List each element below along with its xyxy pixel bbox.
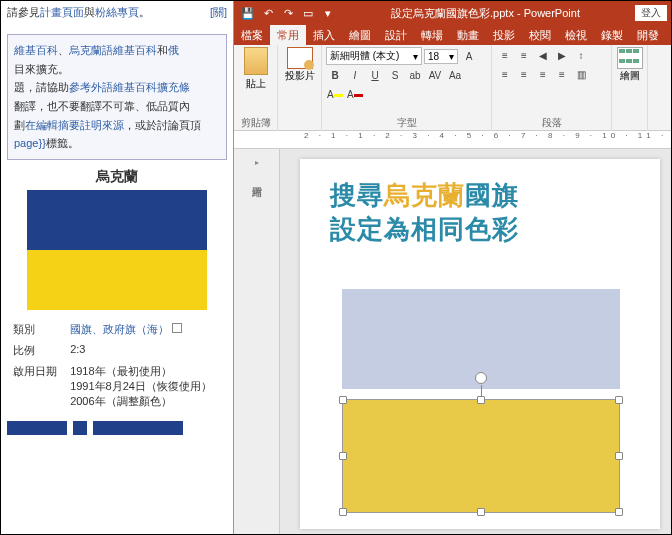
link-page-tag[interactable]: page}} [14, 137, 46, 149]
yellow-rectangle-selected[interactable] [342, 399, 620, 513]
spacing-button[interactable]: AV [426, 67, 444, 84]
resize-handle-ne[interactable] [615, 396, 623, 404]
indent-inc-button[interactable]: ▶ [553, 47, 571, 64]
paragraph-group: ≡ ≡ ◀ ▶ ↕ ≡ ≡ ≡ ≡ ▥ 段落 [492, 45, 612, 131]
bullets-button[interactable]: ≡ [496, 47, 514, 64]
title-bar: 💾 ↶ ↷ ▭ ▾ 設定烏克蘭國旗色彩.pptx - PowerPoint 登入 [234, 1, 672, 25]
login-button[interactable]: 登入 [635, 5, 667, 21]
resize-handle-e[interactable] [615, 452, 623, 460]
tab-draw[interactable]: 繪圖 [342, 25, 378, 45]
strike-button[interactable]: S [386, 67, 404, 84]
resize-handle-s[interactable] [477, 508, 485, 516]
table-row: 類別國旗、政府旗（海） [9, 320, 225, 339]
flag-info-table: 類別國旗、政府旗（海） 比例2:3 啟用日期1918年（最初使用）1991年8月… [7, 318, 227, 413]
columns-button[interactable]: ▥ [572, 66, 590, 83]
text: 。 [139, 6, 150, 18]
link-source[interactable]: 在編輯摘要註明來源 [25, 119, 124, 131]
link-expand[interactable]: 參考外語維基百科擴充條 [69, 81, 190, 93]
slide: 搜尋烏克蘭國旗 設定為相同色彩 [300, 159, 660, 529]
file-name: 設定烏克蘭國旗色彩.pptx - PowerPoint [342, 6, 629, 21]
link-category[interactable]: 國旗、政府旗（海） [70, 323, 169, 335]
group-label: 剪貼簿 [234, 116, 277, 130]
bold-button[interactable]: B [326, 67, 344, 84]
resize-handle-n[interactable] [477, 396, 485, 404]
justify-button[interactable]: ≡ [553, 66, 571, 83]
wiki-panel: 請參見計畫頁面與粉絲專頁。 [關] 維基百科、烏克蘭語維基百科和俄 目來擴充。 … [1, 1, 233, 535]
qat-more-icon[interactable]: ▾ [320, 5, 336, 21]
text: 與 [84, 6, 95, 18]
thumbnail-pane: ▸ 縮圖 [234, 149, 280, 535]
ukraine-flag [27, 190, 207, 310]
line-spacing-button[interactable]: ↕ [572, 47, 590, 64]
italic-button[interactable]: I [346, 67, 364, 84]
numbering-button[interactable]: ≡ [515, 47, 533, 64]
table-row: 比例2:3 [9, 341, 225, 360]
wiki-topline: 請參見計畫頁面與粉絲專頁。 [7, 5, 227, 20]
resize-handle-se[interactable] [615, 508, 623, 516]
flag-blue [27, 190, 207, 250]
redo-icon[interactable]: ↷ [280, 5, 296, 21]
shadow-button[interactable]: ab [406, 67, 424, 84]
resize-handle-sw[interactable] [339, 508, 347, 516]
group-label: 段落 [492, 116, 611, 130]
indent-dec-button[interactable]: ◀ [534, 47, 552, 64]
table-row: 啟用日期1918年（最初使用）1991年8月24日（恢復使用）2006年（調整顏… [9, 362, 225, 411]
tab-help[interactable]: 說明 [666, 25, 672, 45]
link-plan-page[interactable]: 計畫頁面 [40, 6, 84, 18]
flag-thumb-icon [172, 323, 182, 333]
tab-home[interactable]: 常用 [270, 25, 306, 45]
underline-button[interactable]: U [366, 67, 384, 84]
font-color-button[interactable]: A [346, 86, 364, 103]
collapse-icon[interactable]: ▸ [249, 155, 265, 169]
start-icon[interactable]: ▭ [300, 5, 316, 21]
tab-slideshow[interactable]: 投影 [486, 25, 522, 45]
font-size-dropdown[interactable]: 18▾ [424, 49, 458, 64]
slide-title: 搜尋烏克蘭國旗 設定為相同色彩 [330, 179, 640, 247]
tab-record[interactable]: 錄製 [594, 25, 630, 45]
drawing-group: 繪圖 [612, 45, 648, 131]
align-right-button[interactable]: ≡ [534, 66, 552, 83]
font-group: 新細明體 (本文)▾ 18▾ A B I U S ab AV Aa A A 字型 [322, 45, 492, 131]
undo-icon[interactable]: ↶ [260, 5, 276, 21]
resize-handle-w[interactable] [339, 452, 347, 460]
slides-group: 投影片 [278, 45, 322, 131]
link-uk-wikipedia[interactable]: 烏克蘭語維基百科 [69, 44, 157, 56]
shapes-gallery-icon[interactable] [617, 47, 643, 69]
font-name-dropdown[interactable]: 新細明體 (本文)▾ [326, 47, 422, 65]
link-fan-page[interactable]: 粉絲專頁 [95, 6, 139, 18]
tab-developer[interactable]: 開發 [630, 25, 666, 45]
tab-file[interactable]: 檔案 [234, 25, 270, 45]
wiki-heading: 烏克蘭 [7, 168, 227, 186]
slide-canvas[interactable]: 搜尋烏克蘭國旗 設定為相同色彩 [280, 149, 672, 535]
flag-yellow [27, 250, 207, 310]
paste-icon[interactable] [244, 47, 268, 75]
link-ru[interactable]: 俄 [168, 44, 179, 56]
align-center-button[interactable]: ≡ [515, 66, 533, 83]
tab-design[interactable]: 設計 [378, 25, 414, 45]
slides-label: 投影片 [285, 69, 315, 83]
new-slide-icon[interactable] [287, 47, 313, 69]
save-icon[interactable]: 💾 [240, 5, 256, 21]
align-left-button[interactable]: ≡ [496, 66, 514, 83]
resize-handle-nw[interactable] [339, 396, 347, 404]
close-link[interactable]: [關] [210, 5, 227, 20]
horizontal-ruler: 2 · 1 · 1 · 2 · 3 · 4 · 5 · 6 · 7 · 8 · … [234, 131, 672, 149]
rotate-handle[interactable] [475, 372, 487, 384]
ribbon-tabs: 檔案 常用 插入 繪圖 設計 轉場 動畫 投影 校閱 檢視 錄製 開發 說明 M… [234, 25, 672, 45]
clipboard-group: 貼上 剪貼簿 [234, 45, 278, 131]
group-label: 字型 [322, 116, 491, 130]
tab-view[interactable]: 檢視 [558, 25, 594, 45]
color-stripe [7, 421, 227, 435]
tab-insert[interactable]: 插入 [306, 25, 342, 45]
paste-label: 貼上 [246, 77, 266, 91]
qat: 💾 ↶ ↷ ▭ ▾ [240, 5, 336, 21]
tab-transition[interactable]: 轉場 [414, 25, 450, 45]
draw-label: 繪圖 [620, 69, 640, 83]
link-wikipedia[interactable]: 維基百科 [14, 44, 58, 56]
ribbon: 貼上 剪貼簿 投影片 新細明體 (本文)▾ 18▾ A B I U S ab A… [234, 45, 672, 131]
highlight-button[interactable]: A [326, 86, 344, 103]
tab-animation[interactable]: 動畫 [450, 25, 486, 45]
tab-review[interactable]: 校閱 [522, 25, 558, 45]
case-button[interactable]: Aa [446, 67, 464, 84]
grow-font-icon[interactable]: A [460, 48, 478, 65]
